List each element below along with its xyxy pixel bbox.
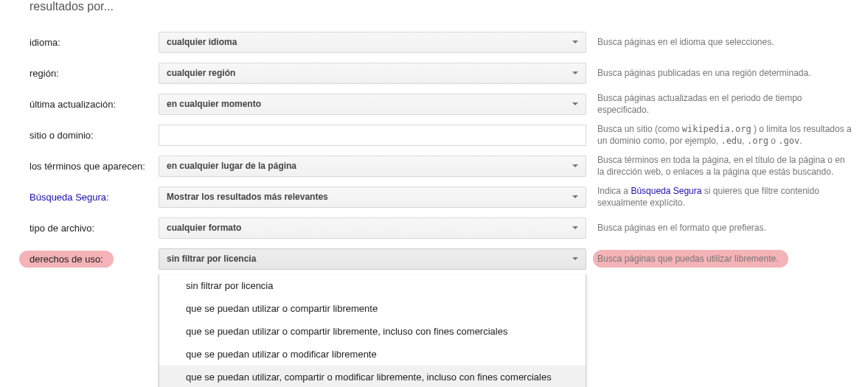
section-title: resultados por... — [29, 0, 868, 13]
label-safesearch[interactable]: Búsqueda Segura: — [29, 192, 159, 203]
help-terms: Busca términos en toda la página, en el … — [597, 154, 868, 178]
label-update: última actualización: — [29, 99, 159, 110]
chevron-down-icon — [572, 226, 578, 229]
row-idioma: idioma: cualquier idioma Busca páginas e… — [29, 27, 868, 57]
select-terms[interactable]: en cualquier lugar de la página — [159, 156, 586, 177]
select-terms-value: en cualquier lugar de la página — [167, 161, 296, 171]
select-update[interactable]: en cualquier momento — [159, 94, 586, 115]
code-edu: .edu — [721, 136, 742, 146]
label-terms: los términos que aparecen: — [29, 161, 159, 172]
code-wikipedia: wikipedia.org — [682, 124, 751, 134]
help-safesearch: Indica a Búsqueda Segura si quieres que … — [597, 185, 868, 209]
label-filetype: tipo de archivo: — [29, 223, 159, 234]
select-filetype[interactable]: cualquier formato — [159, 217, 586, 239]
rights-option-1[interactable]: que se puedan utilizar o compartir libre… — [159, 297, 586, 320]
input-site[interactable] — [159, 125, 586, 146]
help-idioma: Busca páginas en el idioma que seleccion… — [597, 36, 868, 48]
dropdown-rights: sin filtrar por licencia que se puedan u… — [159, 274, 586, 387]
rights-option-3[interactable]: que se puedan utilizar o modificar libre… — [159, 343, 586, 366]
row-region: región: cualquier región Busca páginas p… — [29, 57, 868, 88]
help-region: Busca páginas publicadas en una región d… — [597, 67, 868, 79]
highlight-rights-help: Busca páginas que puedas utilizar librem… — [593, 250, 788, 268]
row-safesearch: Búsqueda Segura: Mostrar los resultados … — [29, 181, 868, 212]
label-region: región: — [29, 68, 159, 79]
chevron-down-icon — [572, 164, 578, 167]
row-terms: los términos que aparecen: en cualquier … — [29, 150, 868, 181]
chevron-down-icon — [572, 41, 578, 43]
highlight-rights-label: derechos de uso: — [19, 251, 114, 268]
select-update-value: en cualquier momento — [167, 99, 261, 109]
rights-option-4[interactable]: que se puedan utilizar, compartir o modi… — [159, 366, 586, 387]
select-region-value: cualquier región — [167, 68, 235, 78]
code-org: .org — [747, 136, 768, 146]
select-rights-value: sin filtrar por licencia — [167, 254, 256, 264]
code-gov: .gov — [778, 136, 799, 146]
row-filetype: tipo de archivo: cualquier formato Busca… — [29, 212, 868, 243]
label-idioma: idioma: — [29, 37, 159, 48]
select-rights[interactable]: sin filtrar por licencia — [159, 248, 586, 270]
link-safesearch[interactable]: Búsqueda Segura — [631, 186, 701, 196]
select-idioma-value: cualquier idioma — [167, 37, 237, 47]
row-site: sitio o dominio: Busca un sitio (como wi… — [29, 119, 868, 150]
help-rights: Busca páginas que puedas utilizar librem… — [597, 250, 868, 268]
select-idioma[interactable]: cualquier idioma — [159, 32, 586, 53]
chevron-down-icon — [572, 102, 578, 105]
rights-option-0[interactable]: sin filtrar por licencia — [159, 274, 586, 297]
chevron-down-icon — [572, 72, 578, 74]
select-safesearch-value: Mostrar los resultados más relevantes — [167, 192, 328, 202]
help-site: Busca un sitio (como wikipedia.org ) o l… — [597, 123, 868, 147]
help-update: Busca páginas actualizadas en el periodo… — [597, 92, 868, 116]
chevron-down-icon — [572, 195, 578, 198]
row-update: última actualización: en cualquier momen… — [29, 88, 868, 119]
select-region[interactable]: cualquier región — [159, 63, 586, 84]
select-safesearch[interactable]: Mostrar los resultados más relevantes — [159, 186, 586, 208]
row-rights: derechos de uso: sin filtrar por licenci… — [29, 243, 868, 274]
select-filetype-value: cualquier formato — [167, 223, 241, 233]
help-filetype: Busca páginas en el formato que prefiera… — [597, 222, 868, 234]
rights-option-2[interactable]: que se puedan utilizar o compartir libre… — [159, 320, 586, 343]
label-rights: derechos de uso: — [29, 251, 159, 268]
label-site: sitio o dominio: — [29, 130, 159, 141]
chevron-down-icon — [572, 257, 578, 260]
